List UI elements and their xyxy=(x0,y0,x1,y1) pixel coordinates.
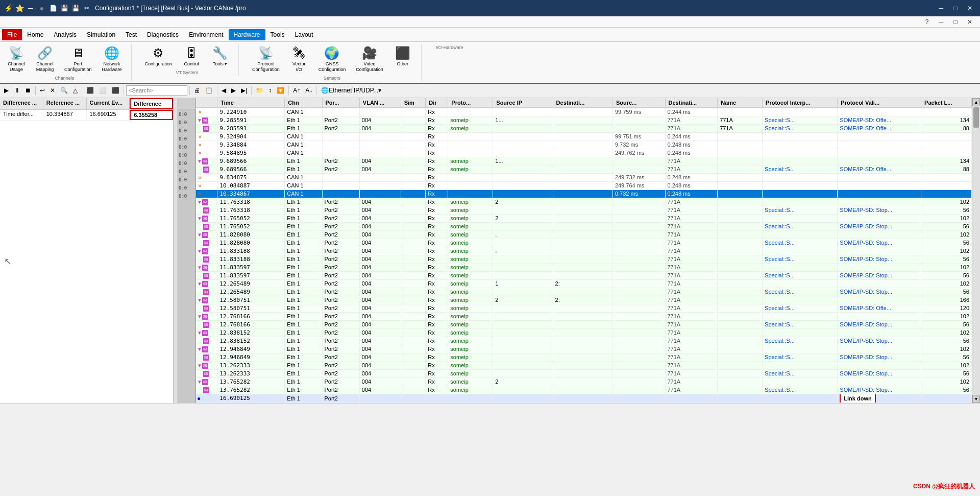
toolbar-btn-7[interactable]: △ xyxy=(71,85,80,96)
sep-4 xyxy=(189,86,190,95)
table-row[interactable]: ▼✉ 12.768166 Eth 1 Port2 004 Rx someip .… xyxy=(196,312,972,320)
menu-analysis[interactable]: Analysis xyxy=(48,29,82,40)
menu-file[interactable]: File xyxy=(2,29,22,40)
secondary-close[interactable]: ✕ xyxy=(964,16,976,28)
table-row[interactable]: ▼✉ 11.763318 Eth 1 Port2 004 Rx someip 2… xyxy=(196,198,972,206)
scrollbar[interactable]: ▲ ▼ xyxy=(972,98,980,403)
search-input[interactable] xyxy=(126,85,187,96)
cell-name xyxy=(718,337,763,345)
tools-ribbon-button[interactable]: 🔧 Tools ▾ xyxy=(208,44,232,69)
toolbar-btn-9[interactable]: ⬜ xyxy=(97,85,109,96)
protocol-config-button[interactable]: 📡 ProtocolConfiguration xyxy=(249,44,283,75)
table-row[interactable]: ▼✉ 12.946849 Eth 1 Port2 004 Rx someip 7… xyxy=(196,345,972,353)
toolbar-left-btn[interactable]: ◀ xyxy=(219,85,228,96)
toolbar-eth-filter-btn[interactable]: 🌐 Ethernet IP/UDP... ▾ xyxy=(319,85,383,96)
table-row[interactable]: ✕ 9.224910 CAN 1 Rx 99.759 ms 0.244 ms xyxy=(196,108,972,116)
scroll-track[interactable] xyxy=(972,106,980,395)
table-row[interactable]: ✉ 9.285591 Eth 1 Port2 004 Rx someip 771… xyxy=(196,124,972,132)
menu-layout[interactable]: Layout xyxy=(290,29,318,40)
table-row[interactable]: ✕ 9.584895 CAN 1 Rx 249.762 ms 0.248 ms xyxy=(196,149,972,157)
table-row[interactable]: ✕ 10.334867 CAN 1 Rx 0.732 ms 0.248 ms xyxy=(196,190,972,198)
cell-interp: Special::S... xyxy=(763,239,838,247)
toolbar-filter-btn[interactable]: 🔽 xyxy=(275,85,286,96)
toolbar-btn-4[interactable]: ↩ xyxy=(38,85,47,96)
table-row[interactable]: ✉ 12.265489 Eth 1 Port2 004 Rx someip 77… xyxy=(196,288,972,296)
channel-usage-button[interactable]: 📡 ChannelUsage xyxy=(4,44,29,75)
table-row[interactable]: ✕ 9.834875 CAN 1 Rx 249.732 ms 0.248 ms xyxy=(196,173,972,181)
menu-simulation[interactable]: Simulation xyxy=(82,29,120,40)
channel-mapping-button[interactable]: 🔗 ChannelMapping xyxy=(33,44,57,75)
table-row[interactable]: ✉ 12.838152 Eth 1 Port2 004 Rx someip 77… xyxy=(196,337,972,345)
table-row[interactable]: ▼✉ 9.689566 Eth 1 Port2 004 Rx someip 1.… xyxy=(196,157,972,165)
control-button[interactable]: 🎛 Control xyxy=(179,44,204,69)
table-row[interactable]: ▼✉ 11.833188 Eth 1 Port2 004 Rx someip .… xyxy=(196,247,972,255)
table-row[interactable]: ▼✉ 12.265489 Eth 1 Port2 004 Rx someip 1… xyxy=(196,279,972,288)
scroll-thumb[interactable] xyxy=(973,107,979,128)
table-row[interactable]: ✉ 11.763318 Eth 1 Port2 004 Rx someip 77… xyxy=(196,206,972,214)
menu-environment[interactable]: Environment xyxy=(184,29,228,40)
table-row[interactable]: ✕ 9.334884 CAN 1 Rx 9.732 ms 0.248 ms xyxy=(196,140,972,149)
configuration-button[interactable]: ⚙ Configuration xyxy=(142,44,176,69)
restore-button[interactable]: □ xyxy=(949,2,962,14)
menu-test[interactable]: Test xyxy=(120,29,142,40)
close-button[interactable]: ✕ xyxy=(964,2,976,14)
table-row[interactable]: ▼✉ 13.765282 Eth 1 Port2 004 Rx someip 2… xyxy=(196,377,972,386)
menu-home[interactable]: Home xyxy=(22,29,48,40)
table-row[interactable]: ✉ 12.768166 Eth 1 Port2 004 Rx someip 77… xyxy=(196,320,972,328)
table-row[interactable]: ✉ 13.765282 Eth 1 Port2 004 Rx someip 77… xyxy=(196,386,972,394)
vertical-splitter[interactable] xyxy=(174,98,178,403)
table-row[interactable]: ✉ 12.580751 Eth 1 Port2 004 Rx someip 77… xyxy=(196,304,972,312)
video-config-button[interactable]: 🎥 VideoConfiguration xyxy=(353,44,386,75)
toolbar-btn-2[interactable]: ⏸ xyxy=(12,85,22,96)
toolbar-font-btn[interactable]: A↑ xyxy=(291,85,302,96)
toolbar-btn-6[interactable]: 🔍 xyxy=(58,85,70,96)
table-row[interactable]: ✉ 9.689566 Eth 1 Port2 004 Rx someip 771… xyxy=(196,165,972,173)
cell-dir: Rx xyxy=(426,198,448,206)
table-row[interactable]: ✉ 13.262333 Eth 1 Port2 004 Rx someip 77… xyxy=(196,369,972,377)
table-row[interactable]: ✉ 11.765052 Eth 1 Port2 004 Rx someip 77… xyxy=(196,222,972,230)
vector-io-button[interactable]: 🛰 VectorI/O xyxy=(287,44,311,75)
toolbar-folder-btn[interactable]: 📁 xyxy=(254,85,265,96)
table-row[interactable]: ▼✉ 9.285591 Eth 1 Port2 004 Rx someip 1.… xyxy=(196,116,972,124)
table-row[interactable]: ▼✉ 11.833597 Eth 1 Port2 004 Rx someip 7… xyxy=(196,263,972,271)
child-indent xyxy=(197,354,203,360)
cell-name xyxy=(718,386,763,394)
toolbar-sort-btn[interactable]: ↕ xyxy=(266,85,274,96)
toolbar-btn-10[interactable]: ⬛ xyxy=(110,85,121,96)
help-button[interactable]: ? xyxy=(921,16,933,28)
minimize-button[interactable]: ─ xyxy=(935,2,947,14)
menu-diagnostics[interactable]: Diagnostics xyxy=(142,29,184,40)
table-row[interactable]: ▼✉ 11.765052 Eth 1 Port2 004 Rx someip 2… xyxy=(196,214,972,222)
table-row[interactable]: ● 16.690125 Eth 1 Port2 Link down xyxy=(196,394,972,403)
table-row[interactable]: ▼✉ 12.580751 Eth 1 Port2 004 Rx someip 2… xyxy=(196,296,972,304)
table-row[interactable]: ✕ 9.324904 CAN 1 Rx 99.751 ms 0.244 ms xyxy=(196,132,972,140)
secondary-restore[interactable]: □ xyxy=(949,16,962,28)
toolbar-btn-3[interactable]: ⏹ xyxy=(23,85,33,96)
secondary-minimize[interactable]: ─ xyxy=(935,16,947,28)
table-row[interactable]: ▼✉ 11.828080 Eth 1 Port2 004 Rx someip .… xyxy=(196,230,972,239)
table-row[interactable]: ▼✉ 13.262333 Eth 1 Port2 004 Rx someip 7… xyxy=(196,361,972,369)
toolbar-btn-8[interactable]: ⬛ xyxy=(84,85,96,96)
scroll-up-btn[interactable]: ▲ xyxy=(972,98,980,106)
table-row[interactable]: ✉ 11.833188 Eth 1 Port2 004 Rx someip 77… xyxy=(196,255,972,263)
toolbar-end-btn[interactable]: ▶| xyxy=(239,85,249,96)
table-row[interactable]: ✉ 11.828080 Eth 1 Port2 004 Rx someip 77… xyxy=(196,239,972,247)
scroll-down-btn[interactable]: ▼ xyxy=(972,395,980,403)
gnss-button[interactable]: 🌍 GNSSConfiguration xyxy=(315,44,349,75)
table-row[interactable]: ✉ 12.946849 Eth 1 Port2 004 Rx someip 77… xyxy=(196,353,972,361)
toolbar-btn-1[interactable]: ▶ xyxy=(2,85,11,96)
toolbar-print-btn[interactable]: 🖨 xyxy=(192,85,202,96)
table-row[interactable]: ✕ 10.084887 CAN 1 Rx 249.764 ms 0.248 ms xyxy=(196,181,972,190)
menu-hardware[interactable]: Hardware xyxy=(229,29,265,40)
other-button[interactable]: ⬛ Other xyxy=(390,44,415,69)
port-config-button[interactable]: 🖥 PortConfiguration xyxy=(61,44,95,75)
toolbar-copy-btn[interactable]: 📋 xyxy=(203,85,215,96)
menu-tools[interactable]: Tools xyxy=(265,29,290,40)
table-row[interactable]: ✉ 11.833597 Eth 1 Port2 004 Rx someip 77… xyxy=(196,271,972,279)
toolbar-btn-5[interactable]: ✕ xyxy=(48,85,57,96)
table-row[interactable]: ▼✉ 12.838152 Eth 1 Port2 004 Rx someip 7… xyxy=(196,328,972,337)
cell-vlan: 004 xyxy=(359,206,401,214)
toolbar-font-dn-btn[interactable]: A↓ xyxy=(303,85,314,96)
toolbar-right-btn[interactable]: ▶ xyxy=(229,85,238,96)
network-hardware-button[interactable]: 🌐 NetworkHardware xyxy=(99,44,125,75)
